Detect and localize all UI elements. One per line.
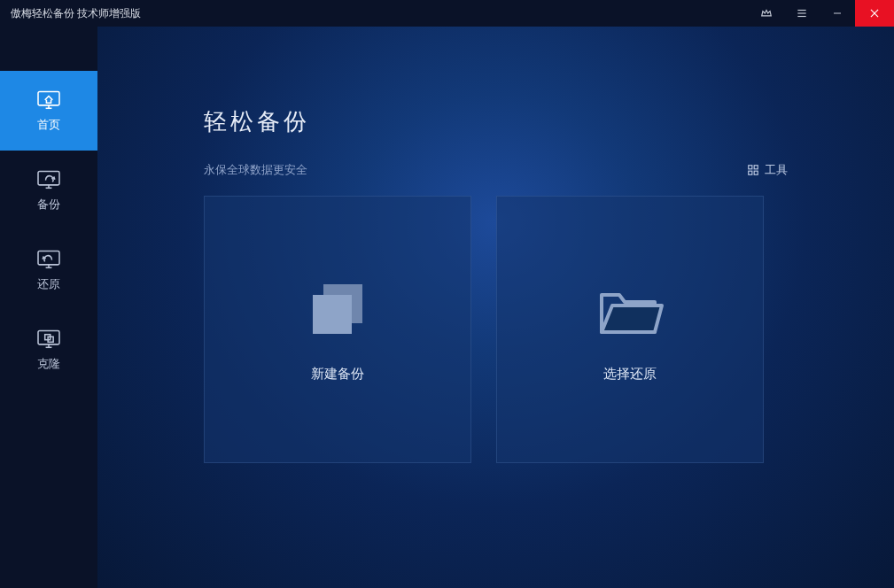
svg-rect-25 <box>313 295 352 334</box>
svg-rect-21 <box>754 166 758 169</box>
clone-monitor-icon <box>36 328 61 349</box>
minimize-icon <box>832 8 843 19</box>
crown-button[interactable] <box>749 0 784 27</box>
sidebar: 首页 备份 还原 <box>0 27 97 588</box>
titlebar: 傲梅轻松备份 技术师增强版 <box>0 0 894 27</box>
svg-rect-23 <box>754 171 758 174</box>
tools-link[interactable]: 工具 <box>747 162 788 178</box>
card-label: 选择还原 <box>603 366 657 383</box>
close-icon <box>868 7 881 19</box>
backup-monitor-icon <box>36 168 61 190</box>
tools-label: 工具 <box>765 162 788 178</box>
sidebar-item-label: 还原 <box>37 276 60 292</box>
grid-icon <box>747 164 759 176</box>
sidebar-item-label: 克隆 <box>37 356 60 372</box>
stack-icon <box>302 277 373 341</box>
card-new-backup[interactable]: 新建备份 <box>204 196 471 463</box>
svg-rect-12 <box>38 251 59 264</box>
card-label: 新建备份 <box>311 366 364 383</box>
sidebar-item-label: 首页 <box>37 117 60 133</box>
menu-button[interactable] <box>784 0 820 27</box>
main-area: 轻松备份 永保全球数据更安全 工具 <box>97 27 894 588</box>
svg-rect-9 <box>38 171 59 184</box>
minimize-button[interactable] <box>820 0 855 27</box>
crown-icon <box>760 7 773 19</box>
sidebar-item-restore[interactable]: 还原 <box>0 230 97 310</box>
home-monitor-icon <box>36 89 61 110</box>
app-title: 傲梅轻松备份 技术师增强版 <box>11 6 141 21</box>
svg-rect-22 <box>749 171 752 174</box>
svg-rect-20 <box>749 166 752 169</box>
page-subtitle: 永保全球数据更安全 <box>204 162 307 178</box>
card-restore[interactable]: 选择还原 <box>496 196 764 463</box>
close-button[interactable] <box>855 0 894 27</box>
folder-open-icon <box>595 277 665 341</box>
sidebar-item-clone[interactable]: 克隆 <box>0 310 97 390</box>
menu-icon <box>796 7 808 19</box>
page-title: 轻松备份 <box>204 106 788 137</box>
sidebar-item-label: 备份 <box>37 197 60 213</box>
restore-monitor-icon <box>36 248 61 269</box>
sidebar-item-backup[interactable]: 备份 <box>0 151 97 230</box>
sidebar-item-home[interactable]: 首页 <box>0 71 97 151</box>
